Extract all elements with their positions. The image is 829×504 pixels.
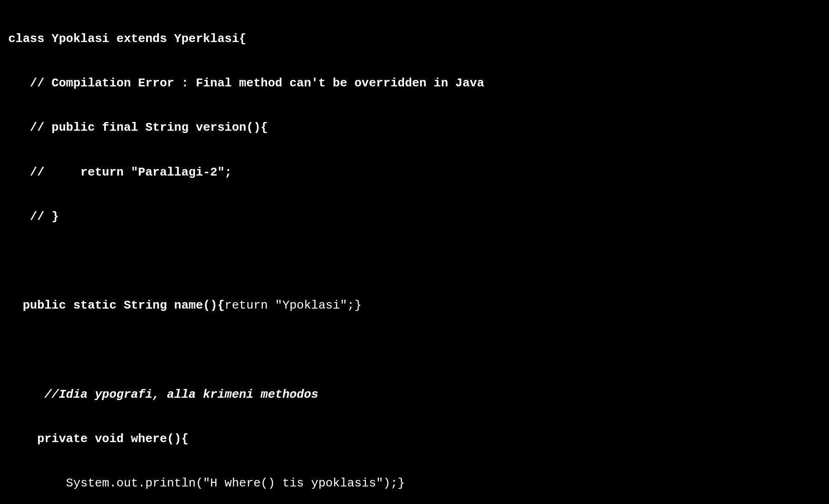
code-line-3: // public final String version(){ [8, 116, 821, 139]
code-block: class Ypoklasi extends Yperklasi{ // Com… [0, 0, 829, 504]
code-line-7: //Idia ypografi, alla krimeni methodos [8, 383, 821, 406]
code-line-6a: public static String name(){ [8, 298, 225, 312]
code-line-2: // Compilation Error : Final method can'… [8, 72, 821, 94]
code-line-9: System.out.println("H where() tis ypokla… [8, 472, 821, 494]
code-line-6: public static String name(){return "Ypok… [8, 294, 821, 316]
code-line-blank-1 [8, 250, 821, 272]
code-line-6b: return "Ypoklasi";} [225, 298, 361, 312]
code-line-1: class Ypoklasi extends Yperklasi{ [8, 28, 821, 50]
code-line-4: // return "Parallagi-2"; [8, 161, 821, 183]
code-line-8: private void where(){ [8, 428, 821, 450]
code-line-blank-2 [8, 339, 821, 361]
code-line-5: // } [8, 206, 821, 228]
